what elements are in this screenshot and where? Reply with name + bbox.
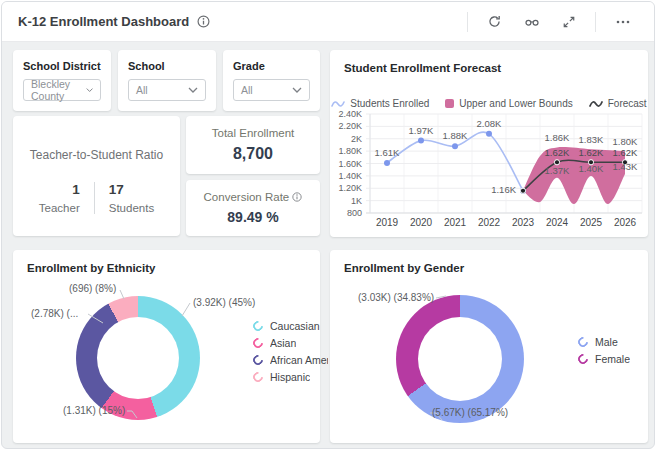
ring-icon	[251, 319, 265, 333]
student-count: 17	[109, 182, 154, 197]
expand-icon	[562, 15, 576, 29]
legend-bounds[interactable]: Upper and Lower Bounds	[445, 98, 572, 109]
filter-school-district: School District Bleckley County	[13, 50, 111, 111]
svg-text:1K: 1K	[351, 196, 362, 206]
legend-item-female[interactable]: Female	[578, 353, 630, 365]
gender-card: Enrollment by Gender (3.03K) (34.83%) (5…	[330, 250, 648, 443]
ethnicity-donut[interactable]	[76, 296, 200, 420]
preview-button[interactable]	[517, 10, 547, 33]
legend-item-male[interactable]: Male	[578, 336, 630, 348]
svg-text:2K: 2K	[351, 134, 362, 144]
total-enrollment-value: 8,700	[233, 145, 273, 163]
forecast-chart[interactable]: 2.40K2.20K2K1.80K1.60K1.40K1.20K1K800201…	[330, 110, 648, 234]
svg-text:1.60K: 1.60K	[338, 159, 362, 169]
callout-female: (3.03K) (34.83%)	[358, 292, 434, 303]
legend-label: Students Enrolled	[350, 98, 429, 109]
svg-text:2023: 2023	[512, 217, 535, 228]
legend-item-caucasian[interactable]: Caucasian	[253, 320, 328, 332]
header-toolbar	[463, 10, 638, 33]
forecast-card: Student Enrollment Forecast Students Enr…	[330, 50, 648, 237]
legend-label: African American	[270, 354, 328, 366]
callout-asian: (1.31K) (15%)	[63, 405, 125, 416]
forecast-title: Student Enrollment Forecast	[330, 50, 648, 74]
total-enrollment-card: Total Enrollment 8,700	[186, 116, 320, 174]
legend-label: Forecast	[608, 98, 647, 109]
ring-icon	[251, 370, 265, 384]
callout-african-american: (2.78K) (...	[31, 308, 78, 319]
ring-icon	[251, 353, 265, 367]
filter-grade: Grade All	[223, 50, 320, 111]
ring-icon	[576, 352, 590, 366]
svg-text:2.40K: 2.40K	[338, 110, 362, 119]
toolbar-divider	[467, 12, 468, 32]
gender-title: Enrollment by Gender	[330, 250, 648, 274]
ethnicity-card: Enrollment by Ethnicity (3.92K) (45%) (1…	[13, 250, 320, 443]
callout-hispanic: (696) (8%)	[69, 283, 116, 294]
legend-label: Caucasian	[270, 320, 320, 332]
ethnicity-title: Enrollment by Ethnicity	[13, 250, 320, 274]
ring-icon	[251, 336, 265, 350]
legend-forecast[interactable]: Forecast	[589, 98, 647, 109]
gender-legend: Male Female	[578, 336, 630, 365]
school-select[interactable]: All	[128, 79, 206, 101]
teacher-student-ratio-card: Teacher-to-Student Ratio 1 Teacher 17 St…	[13, 116, 180, 236]
legend-students-enrolled[interactable]: Students Enrolled	[331, 98, 429, 109]
callout-caucasian: (3.92K) (45%)	[193, 297, 255, 308]
band-swatch-icon	[445, 99, 454, 108]
ring-icon	[576, 335, 590, 349]
svg-text:1.20K: 1.20K	[338, 183, 362, 193]
callout-male: (5.67K) (65.17%)	[432, 407, 508, 418]
legend-item-asian[interactable]: Asian	[253, 337, 328, 349]
grade-select[interactable]: All	[233, 79, 310, 101]
svg-text:1.61K: 1.61K	[375, 147, 400, 158]
svg-text:1.83K: 1.83K	[579, 134, 604, 145]
legend-label: Female	[595, 353, 630, 365]
filter-label: School	[128, 60, 206, 72]
legend-label: Upper and Lower Bounds	[459, 98, 572, 109]
svg-text:1.16K: 1.16K	[491, 184, 516, 195]
gender-donut[interactable]	[396, 295, 524, 423]
filter-school: School All	[118, 50, 216, 111]
chevron-down-icon	[86, 87, 93, 93]
info-icon[interactable]	[197, 15, 210, 28]
legend-item-african-american[interactable]: African American	[253, 354, 328, 366]
refresh-button[interactable]	[480, 10, 509, 33]
expand-button[interactable]	[555, 11, 583, 33]
donut-hole	[97, 317, 179, 399]
ratio-left: 1 Teacher	[25, 182, 94, 214]
svg-text:2022: 2022	[478, 217, 501, 228]
svg-text:2020: 2020	[410, 217, 433, 228]
conversion-rate-text: Conversion Rate	[204, 191, 290, 203]
teacher-label: Teacher	[39, 202, 80, 214]
select-value: Bleckley County	[31, 78, 86, 102]
more-icon	[615, 15, 631, 29]
svg-text:1.88K: 1.88K	[443, 130, 468, 141]
conversion-rate-value: 89.49 %	[227, 209, 278, 225]
chevron-down-icon	[292, 87, 302, 93]
svg-text:1.97K: 1.97K	[409, 125, 434, 136]
legend-label: Male	[595, 336, 618, 348]
dashboard-window: K-12 Enrollment Dashboard	[1, 1, 655, 449]
more-button[interactable]	[608, 11, 638, 33]
select-value: All	[136, 84, 148, 96]
svg-text:1.86K: 1.86K	[545, 132, 570, 143]
legend-label: Asian	[270, 337, 296, 349]
svg-text:2024: 2024	[546, 217, 569, 228]
chevron-down-icon	[188, 87, 198, 93]
ratio-values: 1 Teacher 17 Students	[13, 182, 180, 214]
svg-text:2.20K: 2.20K	[338, 121, 362, 131]
total-enrollment-label: Total Enrollment	[212, 127, 294, 139]
info-icon[interactable]	[292, 192, 302, 202]
svg-text:1.40K: 1.40K	[338, 171, 362, 181]
conversion-rate-label: Conversion Rate	[204, 191, 303, 203]
svg-text:1.62K: 1.62K	[579, 147, 604, 158]
students-label: Students	[109, 202, 154, 214]
school-district-select[interactable]: Bleckley County	[23, 79, 101, 101]
svg-text:1.62K: 1.62K	[613, 147, 638, 158]
ratio-right: 17 Students	[94, 182, 168, 214]
ethnicity-legend: Caucasian Asian African American Hispani…	[253, 320, 328, 383]
svg-text:1.62K: 1.62K	[545, 147, 570, 158]
svg-text:2021: 2021	[444, 217, 467, 228]
legend-item-hispanic[interactable]: Hispanic	[253, 371, 328, 383]
svg-text:1.37K: 1.37K	[545, 165, 570, 176]
